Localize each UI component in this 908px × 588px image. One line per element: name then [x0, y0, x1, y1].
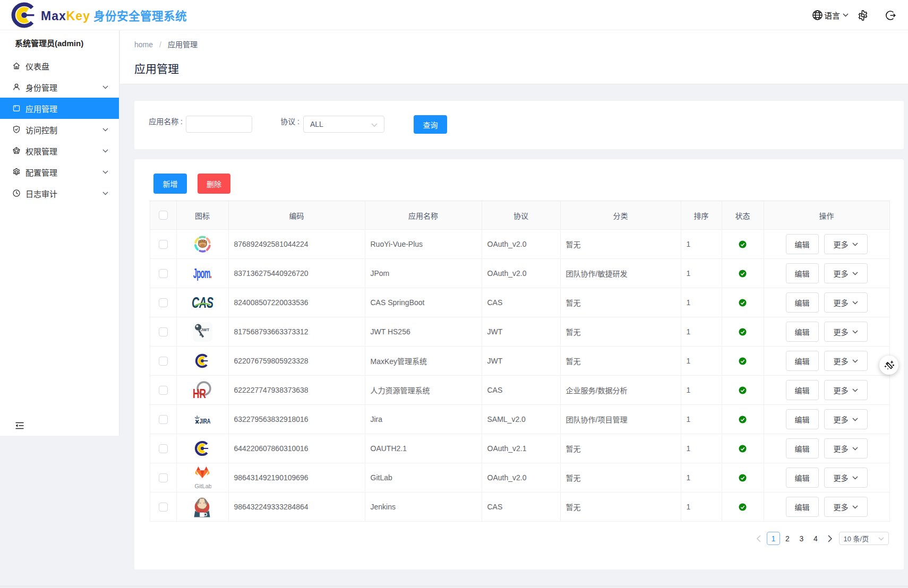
svg-text:HR: HR — [193, 387, 206, 400]
svg-text:JWT: JWT — [201, 327, 209, 332]
svg-text:JIRA: JIRA — [199, 418, 210, 425]
svg-text:CAS: CAS — [192, 294, 213, 311]
svg-text:GitLab: GitLab — [195, 483, 212, 489]
